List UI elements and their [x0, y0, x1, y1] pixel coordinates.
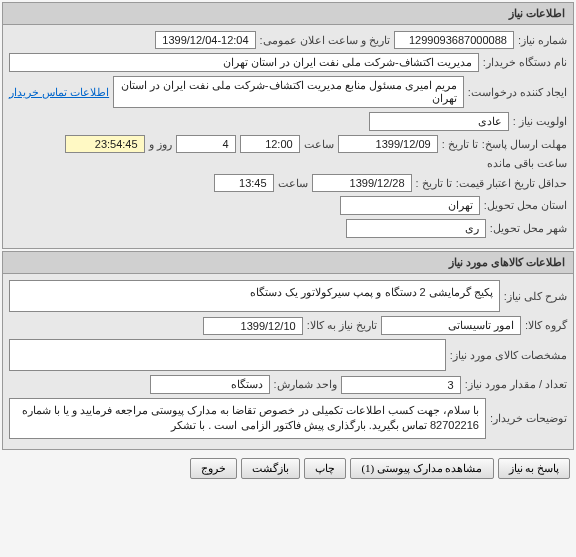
field-need-no: 1299093687000088 — [394, 31, 514, 49]
label-until-date-2: تا تاریخ : — [416, 177, 452, 190]
need-info-panel: اطلاعات نیاز شماره نیاز: 129909368700008… — [2, 2, 574, 249]
reply-button[interactable]: پاسخ به نیاز — [498, 458, 571, 479]
field-announce-time: 12:04 - 1399/12/04 — [155, 31, 255, 49]
field-general-desc: پکیج گرمایشی 2 دستگاه و پمپ سیرکولاتور ی… — [9, 280, 500, 312]
label-remaining: ساعت باقی مانده — [487, 157, 567, 170]
exit-button[interactable]: خروج — [190, 458, 237, 479]
field-validity-time: 13:45 — [214, 174, 274, 192]
goods-info-header: اطلاعات کالاهای مورد نیاز — [3, 252, 573, 274]
field-qty: 3 — [341, 376, 461, 394]
label-need-no: شماره نیاز: — [518, 34, 567, 47]
label-unit: واحد شمارش: — [274, 378, 337, 391]
label-announce-time: تاریخ و ساعت اعلان عمومی: — [260, 34, 390, 47]
label-priority: اولویت نیاز : — [513, 115, 567, 128]
field-unit: دستگاه — [150, 375, 270, 394]
action-buttons: پاسخ به نیاز مشاهده مدارک پیوستی (1) چاپ… — [0, 452, 576, 485]
field-buyer-org: مدیریت اکتشاف-شرکت ملی نفت ایران در استا… — [9, 53, 479, 72]
field-requester: مریم امیری مسئول منابع مدیریت اکتشاف-شرک… — [113, 76, 464, 108]
attachments-button[interactable]: مشاهده مدارک پیوستی (1) — [350, 458, 493, 479]
contact-link[interactable]: اطلاعات تماس خریدار — [9, 86, 109, 99]
label-min-validity: حداقل تاریخ اعتبار قیمت: — [456, 177, 567, 190]
field-remaining-days: 4 — [176, 135, 236, 153]
label-time-1: ساعت — [304, 138, 334, 151]
label-goods-group: گروه کالا: — [525, 319, 567, 332]
field-validity-date: 1399/12/28 — [312, 174, 412, 192]
label-until-date: تا تاریخ : — [442, 138, 478, 151]
label-buyer-notes: توضیحات خریدار: — [490, 412, 567, 425]
back-button[interactable]: بازگشت — [241, 458, 300, 479]
field-city: ری — [346, 219, 486, 238]
field-goods-group: امور تاسیساتی — [381, 316, 521, 335]
label-qty: تعداد / مقدار مورد نیاز: — [465, 378, 567, 391]
field-buyer-notes: با سلام، جهت کسب اطلاعات تکمیلی در خصوص … — [9, 398, 486, 439]
goods-info-panel: اطلاعات کالاهای مورد نیاز شرح کلی نیاز: … — [2, 251, 574, 450]
label-need-by-date: تاریخ نیاز به کالا: — [307, 319, 377, 332]
field-deadline-time: 12:00 — [240, 135, 300, 153]
label-deadline: مهلت ارسال پاسخ: — [482, 138, 567, 151]
label-specs: مشخصات کالای مورد نیاز: — [450, 349, 567, 362]
field-deadline-date: 1399/12/09 — [338, 135, 438, 153]
field-specs — [9, 339, 446, 371]
label-requester: ایجاد کننده درخواست: — [468, 86, 567, 99]
need-info-header: اطلاعات نیاز — [3, 3, 573, 25]
field-need-by-date: 1399/12/10 — [203, 317, 303, 335]
label-time-2: ساعت — [278, 177, 308, 190]
label-province: استان محل تحویل: — [484, 199, 567, 212]
label-city: شهر محل تحویل: — [490, 222, 567, 235]
label-buyer-org: نام دستگاه خریدار: — [483, 56, 567, 69]
label-days-and: روز و — [149, 138, 172, 151]
label-general-desc: شرح کلی نیاز: — [504, 290, 567, 303]
field-province: تهران — [340, 196, 480, 215]
field-remaining-time: 23:54:45 — [65, 135, 145, 153]
print-button[interactable]: چاپ — [304, 458, 346, 479]
field-priority: عادی — [369, 112, 509, 131]
